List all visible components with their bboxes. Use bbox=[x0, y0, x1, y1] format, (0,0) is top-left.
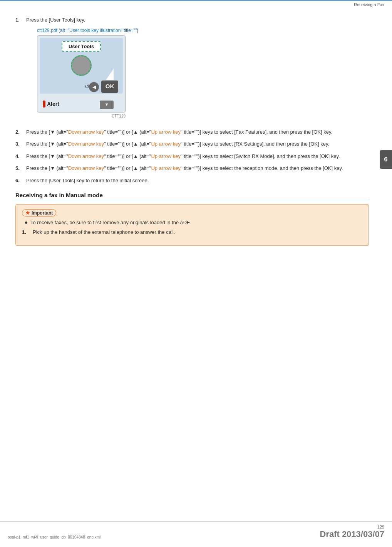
step4-up-arrow-link[interactable]: Up arrow key bbox=[151, 153, 181, 159]
important-label: ★ Important bbox=[22, 209, 56, 216]
manual-step-1: 1. Pick up the handset of the external t… bbox=[22, 228, 362, 236]
step-6-num: 6. bbox=[15, 177, 26, 185]
footer-filename: opal-p1_mf1_wi-fi_user_guide_gb_00104848… bbox=[8, 535, 101, 539]
image-block: ctt129.pdf (alt="User tools key illustra… bbox=[37, 27, 369, 119]
step3-up-arrow-link[interactable]: Up arrow key bbox=[151, 141, 181, 147]
step-3-content: Press the [▼ (alt="Down arrow key" title… bbox=[26, 140, 369, 148]
step-1-content: Press the [User Tools] key. ctt129.pdf (… bbox=[26, 16, 369, 124]
step-3: 3. Press the [▼ (alt="Down arrow key" ti… bbox=[15, 140, 369, 148]
step-1: 1. Press the [User Tools] key. ctt129.pd… bbox=[15, 16, 369, 124]
chapter-tab: 6 bbox=[380, 150, 392, 169]
step-5-content: Press the [▼ (alt="Down arrow key" title… bbox=[26, 164, 369, 172]
important-box: ★ Important To receive faxes, be sure to… bbox=[15, 204, 369, 246]
footer-pagenum: 129 bbox=[320, 525, 384, 529]
step-1-text: Press the [User Tools] key. bbox=[26, 17, 85, 23]
step-5-num: 5. bbox=[15, 164, 26, 172]
image-caption: CTT129 bbox=[37, 113, 126, 119]
image-link[interactable]: ctt129.pdf (alt="User tools key illustra… bbox=[37, 27, 369, 34]
step4-down-arrow-link[interactable]: Down arrow key bbox=[68, 153, 104, 159]
step-3-num: 3. bbox=[15, 140, 26, 148]
step2-down-arrow-link[interactable]: Down arrow key bbox=[68, 129, 104, 135]
header-title: Receiving a Fax bbox=[354, 2, 384, 7]
section2-heading: Receiving a fax in Manual mode bbox=[15, 192, 369, 200]
footer-left: opal-p1_mf1_wi-fi_user_guide_gb_00104848… bbox=[8, 535, 101, 539]
step-2: 2. Press the [▼ (alt="Down arrow key" ti… bbox=[15, 128, 369, 136]
step-6-content: Press the [User Tools] key to return to … bbox=[26, 177, 369, 185]
chapter-number: 6 bbox=[384, 156, 388, 163]
step-6: 6. Press the [User Tools] key to return … bbox=[15, 177, 369, 185]
image-link-filename: ctt129.pdf bbox=[37, 28, 57, 33]
step-4-num: 4. bbox=[15, 153, 26, 160]
step5-down-arrow-link[interactable]: Down arrow key bbox=[68, 165, 104, 171]
footer-right: 129 Draft 2013/03/07 bbox=[320, 525, 384, 539]
manual-step-1-content: Pick up the handset of the external tele… bbox=[33, 228, 362, 236]
bullet-text: To receive faxes, be sure to first remov… bbox=[30, 220, 191, 225]
device-illustration: User Tools ↺ ◀ OK bbox=[37, 35, 126, 112]
step-1-num: 1. bbox=[15, 16, 26, 124]
step-2-content: Press the [▼ (alt="Down arrow key" title… bbox=[26, 128, 369, 136]
page-wrapper: Receiving a Fax 6 1. Press the [User Too… bbox=[0, 0, 392, 547]
bullet-dot bbox=[25, 221, 27, 224]
alert-label: Alert bbox=[47, 100, 59, 108]
ok-button-label: OK bbox=[106, 82, 114, 91]
step-4: 4. Press the [▼ (alt="Down arrow key" ti… bbox=[15, 153, 369, 160]
step-2-num: 2. bbox=[15, 128, 26, 136]
manual-step-1-num: 1. bbox=[22, 228, 33, 236]
star-icon: ★ bbox=[25, 210, 30, 216]
step-4-content: Press the [▼ (alt="Down arrow key" title… bbox=[26, 153, 369, 160]
top-bar: Receiving a Fax bbox=[0, 0, 392, 8]
footer-draft: Draft 2013/03/07 bbox=[320, 529, 384, 539]
bullet-item-1: To receive faxes, be sure to first remov… bbox=[22, 220, 362, 225]
user-tools-label: User Tools bbox=[69, 44, 94, 49]
step5-up-arrow-link[interactable]: Up arrow key bbox=[151, 165, 181, 171]
image-link-alt: (alt="User tools key illustration" title… bbox=[59, 28, 138, 33]
footer: opal-p1_mf1_wi-fi_user_guide_gb_00104848… bbox=[0, 521, 392, 539]
important-text: Important bbox=[32, 210, 53, 216]
step3-down-arrow-link[interactable]: Down arrow key bbox=[68, 141, 104, 147]
step-5: 5. Press the [▼ (alt="Down arrow key" ti… bbox=[15, 164, 369, 172]
main-content: 1. Press the [User Tools] key. ctt129.pd… bbox=[0, 12, 392, 262]
step2-up-arrow-link[interactable]: Up arrow key bbox=[151, 129, 181, 135]
